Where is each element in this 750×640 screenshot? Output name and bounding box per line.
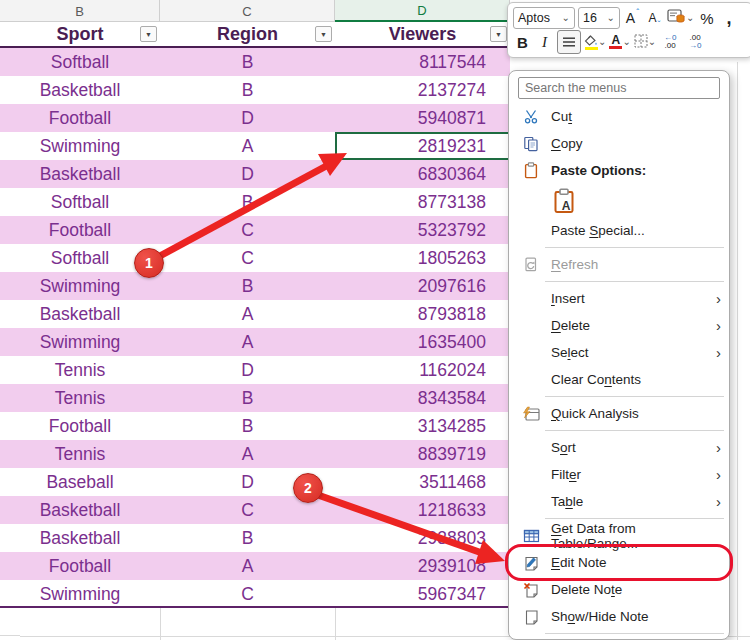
bold-button[interactable]: B (513, 31, 532, 53)
fill-color-button[interactable]: ⌄ (584, 31, 606, 53)
menu-item-sort[interactable]: Sort› (509, 434, 729, 461)
cell-viewers[interactable]: 6830364 (335, 160, 510, 188)
cell-region[interactable]: C (160, 244, 335, 272)
cell-region[interactable]: C (160, 580, 335, 608)
font-name-combo[interactable]: Aptos ⌄ (513, 7, 575, 29)
cell-viewers[interactable]: 8773138 (335, 188, 510, 216)
filter-button-sport[interactable]: ▼ (140, 26, 157, 42)
filter-button-viewers[interactable]: ▼ (490, 26, 507, 42)
selected-cell-outline[interactable] (335, 132, 510, 160)
cell-sport[interactable]: Swimming (0, 272, 160, 300)
cell-sport[interactable]: Tennis (0, 384, 160, 412)
cell-sport[interactable]: Basketball (0, 524, 160, 552)
cell-viewers[interactable]: 5323792 (335, 216, 510, 244)
grow-font-button[interactable]: Aˆ (623, 7, 642, 29)
table-row: TennisA8839719 (0, 440, 510, 468)
cell-viewers[interactable]: 2137274 (335, 76, 510, 104)
cell-viewers[interactable]: 1805263 (335, 244, 510, 272)
align-center-button[interactable] (557, 30, 581, 54)
cell-region[interactable]: A (160, 132, 335, 160)
cell-viewers[interactable]: 3134285 (335, 412, 510, 440)
cell-viewers[interactable]: 1635400 (335, 328, 510, 356)
cell-sport[interactable]: Football (0, 104, 160, 132)
cell-region[interactable]: A (160, 440, 335, 468)
cell-viewers[interactable]: 5940871 (335, 104, 510, 132)
cell-region[interactable]: D (160, 356, 335, 384)
cell-viewers[interactable]: 3511468 (335, 468, 510, 496)
cell-region[interactable]: B (160, 48, 335, 76)
column-header-b[interactable]: B (0, 0, 160, 22)
cell-sport[interactable]: Tennis (0, 356, 160, 384)
column-header-d[interactable]: D (335, 0, 510, 22)
column-header-c[interactable]: C (160, 0, 335, 22)
cell-sport[interactable]: Tennis (0, 440, 160, 468)
menu-item-show-hide-note[interactable]: Show/Hide Note (509, 603, 729, 630)
cell-region[interactable]: D (160, 160, 335, 188)
header-cell-region[interactable]: Region ▼ (160, 22, 335, 46)
cell-region[interactable]: A (160, 300, 335, 328)
cell-region[interactable]: C (160, 216, 335, 244)
cell-viewers[interactable]: 8343584 (335, 384, 510, 412)
cell-region[interactable]: B (160, 188, 335, 216)
cell-sport[interactable]: Basketball (0, 76, 160, 104)
font-size-combo[interactable]: 16 ⌄ (578, 7, 620, 29)
cell-viewers[interactable]: 1218633 (335, 496, 510, 524)
header-cell-viewers[interactable]: Viewers ▼ (335, 22, 510, 46)
menu-item-paste-options[interactable]: Paste Options: (509, 157, 729, 184)
increase-decimal-button[interactable]: ←0 .00 (659, 31, 681, 53)
cell-region[interactable]: B (160, 76, 335, 104)
cell-region[interactable]: B (160, 384, 335, 412)
cell-sport[interactable]: Basketball (0, 160, 160, 188)
menu-item-delete[interactable]: Delete› (509, 312, 729, 339)
cell-viewers[interactable]: 8839719 (335, 440, 510, 468)
format-painter-button[interactable]: ⌄ (667, 7, 694, 29)
cell-region[interactable]: D (160, 104, 335, 132)
menu-item-insert[interactable]: Insert› (509, 285, 729, 312)
italic-button[interactable]: I (535, 31, 554, 53)
decrease-decimal-button[interactable]: .00 →0 (684, 31, 706, 53)
menu-item-paste-values[interactable]: A (509, 184, 729, 217)
menu-item-paste-special[interactable]: Paste Special... (509, 217, 729, 244)
cell-sport[interactable]: Swimming (0, 132, 160, 160)
shrink-font-button[interactable]: Aˇ (645, 7, 664, 29)
table-row: SoftballB8773138 (0, 188, 510, 216)
search-input[interactable] (518, 77, 720, 99)
cell-sport[interactable]: Softball (0, 188, 160, 216)
cell-region[interactable]: B (160, 412, 335, 440)
cell-viewers[interactable]: 2939108 (335, 552, 510, 580)
cell-viewers[interactable]: 1162024 (335, 356, 510, 384)
cell-region[interactable]: A (160, 552, 335, 580)
cell-viewers[interactable]: 8793818 (335, 300, 510, 328)
cell-viewers[interactable]: 2097616 (335, 272, 510, 300)
filter-button-region[interactable]: ▼ (315, 26, 332, 42)
cell-region[interactable]: B (160, 272, 335, 300)
cell-viewers[interactable]: 2938803 (335, 524, 510, 552)
cell-sport[interactable]: Swimming (0, 580, 160, 608)
cell-sport[interactable]: Softball (0, 48, 160, 76)
cell-sport[interactable]: Basketball (0, 300, 160, 328)
header-cell-sport[interactable]: Sport ▼ (0, 22, 160, 46)
menu-item-copy[interactable]: Copy (509, 130, 729, 157)
font-color-button[interactable]: A ⌄ (609, 31, 630, 53)
menu-item-quick-analysis[interactable]: Quick Analysis (509, 400, 729, 427)
menu-item-filter[interactable]: Filter› (509, 461, 729, 488)
cell-sport[interactable]: Swimming (0, 328, 160, 356)
cell-sport[interactable]: Basketball (0, 496, 160, 524)
menu-item-table[interactable]: Table› (509, 488, 729, 515)
borders-button[interactable]: ⌄ (634, 31, 656, 53)
percent-style-button[interactable]: % (697, 7, 716, 29)
menu-item-cut[interactable]: Cut (509, 103, 729, 130)
cell-viewers[interactable]: 5967347 (335, 580, 510, 608)
menu-item-clear-contents[interactable]: Clear Contents (509, 366, 729, 393)
cell-region[interactable]: A (160, 328, 335, 356)
menu-item-label: Delete (551, 318, 590, 333)
cell-region[interactable]: B (160, 524, 335, 552)
cut-icon (521, 108, 541, 126)
cell-viewers[interactable]: 8117544 (335, 48, 510, 76)
cell-sport[interactable]: Football (0, 552, 160, 580)
cell-sport[interactable]: Football (0, 412, 160, 440)
menu-item-select[interactable]: Select› (509, 339, 729, 366)
cell-sport[interactable]: Football (0, 216, 160, 244)
comma-style-button[interactable]: , (719, 7, 738, 29)
cell-sport[interactable]: Baseball (0, 468, 160, 496)
